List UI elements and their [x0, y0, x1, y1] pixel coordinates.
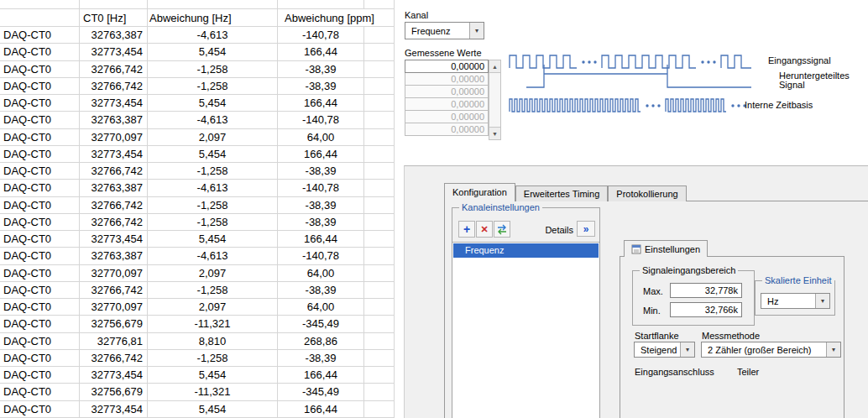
cell[interactable]: 32766,742 [80, 350, 148, 366]
cell[interactable]: -38,39 [278, 197, 364, 213]
add-channel-button[interactable]: + [458, 221, 475, 238]
cell[interactable]: DAQ-CT0 [0, 231, 80, 247]
cell[interactable]: 5,454 [148, 95, 278, 111]
scrollbar-track[interactable] [489, 73, 500, 127]
cell[interactable] [148, 0, 278, 8]
cell[interactable]: 166,44 [278, 146, 364, 162]
chevron-down-icon[interactable]: ▾ [469, 23, 484, 39]
cell[interactable]: 32763,387 [80, 248, 148, 264]
cell[interactable]: 32766,742 [80, 163, 148, 179]
cell[interactable]: -140,78 [278, 112, 364, 128]
cell[interactable] [364, 316, 395, 332]
cell[interactable]: -4,613 [148, 27, 278, 43]
cell[interactable]: 2,097 [148, 265, 278, 281]
cell[interactable]: DAQ-CT0 [0, 95, 80, 111]
cell[interactable]: 32766,742 [80, 61, 148, 77]
cell[interactable]: DAQ-CT0 [0, 78, 80, 94]
cell[interactable] [364, 299, 395, 315]
kanal-select[interactable]: Frequenz ▾ [405, 22, 484, 39]
cell[interactable] [80, 0, 148, 8]
change-channel-button[interactable] [494, 221, 510, 238]
cell[interactable]: 32763,387 [80, 180, 148, 196]
header-cell-ct0[interactable]: CT0 [Hz] [80, 9, 148, 26]
chevron-down-icon[interactable]: ▾ [815, 294, 829, 308]
cell[interactable]: DAQ-CT0 [0, 112, 80, 128]
cell[interactable]: -1,258 [148, 163, 278, 179]
cell[interactable]: 64,00 [278, 265, 364, 281]
cell[interactable]: 64,00 [278, 299, 364, 315]
measured-value[interactable]: 0,00000 [405, 85, 489, 98]
scroll-up-icon[interactable]: ▲ [489, 60, 500, 73]
cell[interactable]: 64,00 [278, 129, 364, 145]
cell[interactable]: -345,49 [278, 384, 364, 400]
cell[interactable]: DAQ-CT0 [0, 129, 80, 145]
cell[interactable]: 32766,742 [80, 214, 148, 230]
chevron-down-icon[interactable]: ▾ [680, 342, 694, 357]
measured-values-scrollbar[interactable]: ▲ ▼ [489, 60, 501, 140]
cell[interactable]: 32770,097 [80, 129, 148, 145]
cell[interactable] [364, 27, 395, 43]
cell[interactable]: 5,454 [148, 44, 278, 60]
cell[interactable]: -38,39 [278, 282, 364, 298]
cell[interactable]: -4,613 [148, 180, 278, 196]
cell[interactable]: -38,39 [278, 214, 364, 230]
cell[interactable]: DAQ-CT0 [0, 333, 80, 349]
cell[interactable]: 32773,454 [80, 367, 148, 383]
cell[interactable]: -38,39 [278, 78, 364, 94]
cell[interactable] [364, 214, 395, 230]
cell[interactable] [364, 78, 395, 94]
cell[interactable]: -1,258 [148, 61, 278, 77]
measured-value[interactable]: 0,00000 [405, 110, 489, 123]
details-expand-button[interactable]: » [577, 221, 595, 237]
cell[interactable]: 32763,387 [80, 27, 148, 43]
cell[interactable]: -140,78 [278, 180, 364, 196]
cell[interactable]: DAQ-CT0 [0, 163, 80, 179]
cell[interactable] [364, 333, 395, 349]
cell[interactable]: 8,810 [148, 333, 278, 349]
header-cell-abweichung-ppm[interactable]: Abweichung [ppm] [278, 9, 395, 26]
measured-value[interactable]: 0,00000 [405, 97, 489, 111]
cell[interactable]: DAQ-CT0 [0, 265, 80, 281]
tab-protokollierung[interactable]: Protokollierung [608, 185, 686, 201]
cell[interactable]: 32763,387 [80, 112, 148, 128]
cell[interactable] [364, 401, 395, 417]
header-cell[interactable] [0, 9, 80, 26]
cell[interactable] [364, 180, 395, 196]
cell[interactable]: DAQ-CT0 [0, 214, 80, 230]
cell[interactable]: -4,613 [148, 112, 278, 128]
cell[interactable] [364, 129, 395, 145]
header-cell-abweichung-hz[interactable]: Abweichung [Hz] [148, 9, 278, 26]
cell[interactable]: -1,258 [148, 282, 278, 298]
cell[interactable]: -38,39 [278, 61, 364, 77]
cell[interactable] [364, 95, 395, 111]
max-input[interactable]: 32,778k [670, 283, 742, 298]
cell[interactable]: 32773,454 [80, 146, 148, 162]
cell[interactable]: DAQ-CT0 [0, 316, 80, 332]
tab-einstellungen[interactable]: Einstellungen [624, 240, 708, 257]
cell[interactable] [364, 350, 395, 366]
cell[interactable]: 32766,742 [80, 197, 148, 213]
measured-value[interactable]: 0,00000 [405, 123, 489, 136]
cell[interactable]: -1,258 [148, 78, 278, 94]
cell[interactable]: 32773,454 [80, 95, 148, 111]
cell[interactable] [364, 44, 395, 60]
cell[interactable]: 32756,679 [80, 316, 148, 332]
cell[interactable] [364, 265, 395, 281]
cell[interactable]: -4,613 [148, 248, 278, 264]
cell[interactable]: DAQ-CT0 [0, 197, 80, 213]
delete-channel-button[interactable]: ✕ [476, 221, 493, 238]
cell[interactable] [364, 163, 395, 179]
channel-list-item-frequenz[interactable]: Frequenz [453, 243, 599, 258]
cell[interactable]: DAQ-CT0 [0, 27, 80, 43]
cell[interactable]: DAQ-CT0 [0, 248, 80, 264]
cell[interactable]: -1,258 [148, 350, 278, 366]
cell[interactable]: DAQ-CT0 [0, 350, 80, 366]
cell[interactable]: -11,321 [148, 384, 278, 400]
cell[interactable] [364, 146, 395, 162]
scroll-down-icon[interactable]: ▼ [489, 127, 500, 139]
cell[interactable]: DAQ-CT0 [0, 180, 80, 196]
cell[interactable]: -140,78 [278, 248, 364, 264]
cell[interactable]: 2,097 [148, 129, 278, 145]
cell[interactable]: 166,44 [278, 44, 364, 60]
cell[interactable]: DAQ-CT0 [0, 299, 80, 315]
